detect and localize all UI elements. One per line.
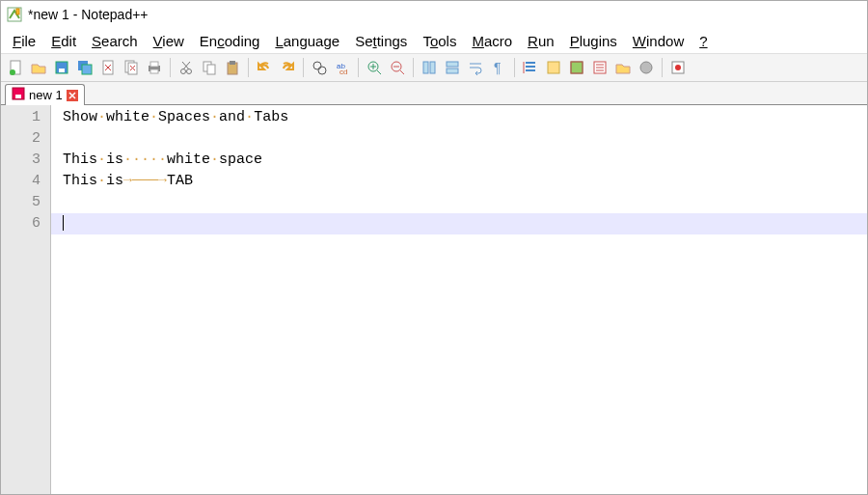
doc-map-icon[interactable] — [566, 57, 587, 78]
tab-char-icon: →───→ — [123, 171, 167, 192]
svg-point-20 — [313, 62, 321, 69]
record-macro-icon[interactable] — [667, 57, 689, 78]
toolbar-separator — [413, 58, 414, 77]
menu-view[interactable]: View — [146, 30, 192, 52]
toolbar-separator — [358, 58, 359, 77]
svg-point-35 — [640, 62, 652, 73]
zoom-in-icon[interactable] — [364, 57, 385, 78]
svg-text:cd: cd — [339, 68, 347, 75]
toolbar-separator — [303, 58, 304, 77]
menu-language[interactable]: Language — [267, 30, 347, 52]
sync-v-icon[interactable] — [419, 57, 440, 78]
menu-plugins[interactable]: Plugins — [562, 30, 625, 52]
toolbar-separator — [248, 58, 249, 77]
copy-icon[interactable] — [199, 57, 220, 78]
wrap-icon[interactable] — [465, 57, 486, 78]
line-number: 1 — [1, 107, 50, 128]
line-number: 2 — [1, 128, 50, 150]
svg-rect-5 — [59, 69, 65, 72]
svg-point-37 — [675, 65, 681, 70]
line-number: 5 — [1, 192, 50, 213]
code-area[interactable]: Show·white·Spaces·and·Tabs This·is·····w… — [51, 105, 867, 495]
svg-rect-13 — [150, 69, 158, 73]
code-line-current — [51, 213, 867, 234]
svg-point-14 — [181, 69, 186, 74]
svg-rect-29 — [447, 69, 458, 73]
menu-macro[interactable]: Macro — [464, 30, 520, 52]
svg-rect-27 — [430, 62, 435, 73]
text-caret — [63, 215, 64, 231]
svg-text:¶: ¶ — [494, 60, 502, 75]
svg-rect-39 — [15, 95, 21, 98]
editor-area[interactable]: 1 2 3 4 5 6 Show·white·Spaces·and·Tabs T… — [1, 105, 867, 495]
toolbar-separator — [514, 58, 515, 77]
code-line: This·is·····white·space — [51, 150, 867, 171]
show-all-chars-icon[interactable]: ¶ — [488, 57, 509, 78]
tab-close-icon[interactable] — [67, 90, 78, 101]
svg-rect-31 — [548, 62, 559, 73]
svg-rect-12 — [150, 62, 158, 67]
print-icon[interactable] — [144, 57, 165, 78]
folder-icon[interactable] — [612, 57, 634, 78]
app-icon — [7, 7, 22, 22]
user-lang-icon[interactable] — [543, 57, 564, 78]
title-bar: *new 1 - Notepad++ — [1, 1, 867, 28]
indent-guide-icon[interactable] — [520, 57, 541, 78]
toolbar-separator — [662, 58, 663, 77]
sync-h-icon[interactable] — [442, 57, 463, 78]
svg-rect-17 — [207, 65, 215, 74]
svg-rect-19 — [230, 61, 235, 65]
menu-file[interactable]: File — [5, 30, 43, 52]
line-number: 3 — [1, 150, 50, 171]
redo-icon[interactable] — [277, 57, 298, 78]
code-line: This·is→───→TAB — [51, 171, 867, 192]
code-line: Show·white·Spaces·and·Tabs — [51, 107, 867, 128]
menu-settings[interactable]: Settings — [347, 30, 415, 52]
line-number: 4 — [1, 171, 50, 192]
code-line — [51, 192, 867, 213]
paste-icon[interactable] — [222, 57, 243, 78]
window-title: *new 1 - Notepad++ — [28, 7, 149, 22]
save-icon[interactable] — [51, 57, 72, 78]
svg-point-3 — [10, 69, 15, 75]
menu-tools[interactable]: Tools — [415, 30, 464, 52]
toolbar: abcd ¶ — [1, 53, 867, 82]
save-all-icon[interactable] — [74, 57, 95, 78]
tab-label: new 1 — [29, 88, 63, 102]
tab-bar: new 1 — [1, 82, 867, 105]
func-list-icon[interactable] — [589, 57, 610, 78]
new-file-icon[interactable] — [5, 57, 26, 78]
line-number-gutter: 1 2 3 4 5 6 — [1, 105, 51, 495]
open-file-icon[interactable] — [28, 57, 49, 78]
zoom-out-icon[interactable] — [387, 57, 408, 78]
svg-rect-26 — [423, 62, 428, 73]
close-file-icon[interactable] — [97, 57, 119, 78]
menu-encoding[interactable]: Encoding — [192, 30, 268, 52]
monitor-icon[interactable] — [636, 57, 657, 78]
line-number: 6 — [1, 213, 50, 234]
svg-rect-32 — [571, 62, 583, 73]
cut-icon[interactable] — [176, 57, 197, 78]
svg-rect-28 — [447, 62, 458, 67]
menu-run[interactable]: Run — [520, 30, 562, 52]
toolbar-separator — [170, 58, 171, 77]
svg-point-15 — [187, 69, 192, 74]
replace-icon[interactable]: abcd — [332, 57, 353, 78]
menu-edit[interactable]: Edit — [43, 30, 84, 52]
svg-rect-1 — [16, 9, 19, 14]
tab-unsaved-icon — [12, 87, 25, 103]
undo-icon[interactable] — [254, 57, 275, 78]
file-tab[interactable]: new 1 — [5, 84, 85, 105]
svg-rect-7 — [82, 65, 92, 74]
menu-search[interactable]: Search — [84, 30, 146, 52]
code-line — [51, 128, 867, 150]
menu-bar: File Edit Search View Encoding Language … — [1, 28, 867, 53]
menu-help[interactable]: ? — [692, 30, 715, 52]
svg-point-21 — [318, 67, 326, 74]
menu-window[interactable]: Window — [625, 30, 692, 52]
find-icon[interactable] — [309, 57, 330, 78]
close-all-icon[interactable] — [121, 57, 142, 78]
